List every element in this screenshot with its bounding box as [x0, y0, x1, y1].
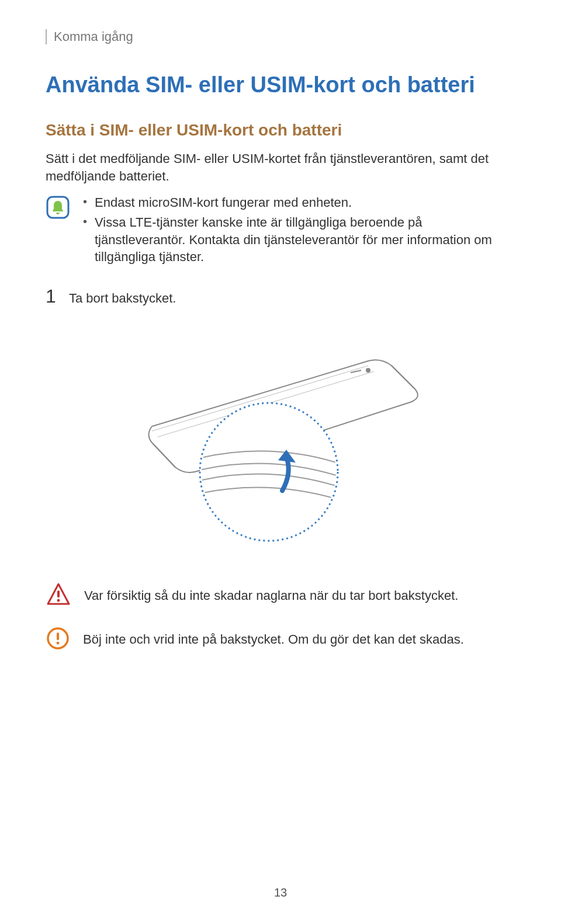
page-container: Komma igång Använda SIM- eller USIM-kort…	[0, 0, 561, 924]
heading-sub: Sätta i SIM- eller USIM-kort och batteri	[46, 121, 515, 140]
warning-triangle-icon	[46, 582, 71, 610]
warning-text: Var försiktig så du inte skadar naglarna…	[84, 587, 458, 605]
step-text: Ta bort bakstycket.	[69, 291, 176, 306]
note-list: Endast microSIM-kort fungerar med enhete…	[82, 194, 515, 266]
step-1: 1 Ta bort bakstycket.	[46, 286, 515, 307]
intro-paragraph: Sätt i det medföljande SIM- eller USIM-k…	[46, 150, 515, 185]
svg-point-2	[200, 403, 338, 541]
svg-rect-7	[57, 633, 59, 640]
note-block: Endast microSIM-kort fungerar med enhete…	[46, 194, 515, 266]
heading-main: Använda SIM- eller USIM-kort och batteri	[46, 72, 515, 98]
warning-callout: Var försiktig så du inte skadar naglarna…	[46, 582, 515, 610]
figure-remove-back-cover	[46, 321, 515, 582]
svg-point-8	[57, 642, 60, 645]
breadcrumb: Komma igång	[54, 29, 515, 44]
note-item: Endast microSIM-kort fungerar med enhete…	[82, 194, 515, 211]
svg-point-1	[366, 369, 370, 372]
caution-text: Böj inte och vrid inte på bakstycket. Om…	[83, 631, 464, 648]
caution-circle-icon	[46, 626, 70, 653]
caution-callout: Böj inte och vrid inte på bakstycket. Om…	[46, 626, 515, 653]
svg-rect-4	[57, 590, 60, 598]
breadcrumb-wrap: Komma igång	[46, 29, 515, 44]
note-bell-icon	[46, 195, 70, 222]
svg-point-5	[57, 599, 60, 602]
note-item: Vissa LTE-tjänster kanske inte är tillgä…	[82, 214, 515, 266]
page-number: 13	[0, 886, 561, 899]
step-number: 1	[46, 286, 58, 307]
